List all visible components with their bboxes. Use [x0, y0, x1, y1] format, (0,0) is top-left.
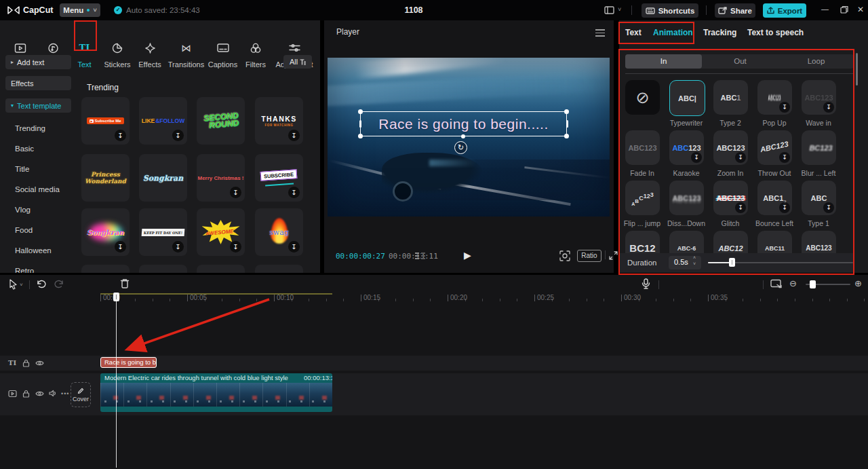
restore-window-button[interactable]	[840, 5, 848, 14]
tab-text[interactable]: Text	[625, 28, 642, 37]
close-button[interactable]: ✕	[857, 5, 864, 14]
subtab-loop[interactable]: Loop	[778, 54, 854, 69]
export-button[interactable]: Export	[763, 3, 806, 18]
eye-icon[interactable]	[35, 390, 44, 397]
subtab-out[interactable]: Out	[702, 54, 778, 69]
animation-tile-none[interactable]: ⊘	[625, 80, 660, 115]
download-icon[interactable]: ↧	[288, 241, 300, 252]
play-button[interactable]: ▶	[464, 250, 471, 261]
playhead-line[interactable]	[116, 301, 117, 468]
animation-tile-popup[interactable]: ABC123↧	[757, 80, 792, 115]
template-tile[interactable]: SUBSCRIBE ↧	[255, 154, 303, 202]
tab-animation[interactable]: Animation	[653, 28, 693, 37]
handle-bottom-left[interactable]	[358, 134, 363, 138]
timeline-zoom-handle[interactable]	[810, 280, 816, 288]
sidebar-item-title[interactable]: Title	[15, 165, 29, 173]
tab-tracking[interactable]: Tracking	[703, 28, 736, 37]
select-cursor-icon[interactable]	[9, 279, 18, 290]
duration-value-box[interactable]: 0.5s ˄ ˅	[669, 256, 701, 269]
layout-chevron-icon[interactable]: ˅	[618, 6, 621, 13]
lock-icon[interactable]	[22, 359, 30, 367]
record-voiceover-icon[interactable]	[642, 278, 650, 290]
fullscreen-icon[interactable]	[608, 250, 618, 261]
animation-tile-zoomin[interactable]: ABC123↧	[713, 130, 748, 165]
sidebar-item-food[interactable]: Food	[15, 226, 33, 234]
animation-tile-type1[interactable]: ABC↧	[802, 181, 836, 215]
delete-icon[interactable]	[120, 278, 130, 289]
download-icon[interactable]: ↧	[172, 130, 184, 141]
handle-bottom-right[interactable]	[564, 134, 569, 138]
cover-button[interactable]: Cover	[71, 382, 91, 407]
animation-tile-typewriter[interactable]: ABC|	[669, 80, 705, 116]
handle-bottom-center[interactable]	[461, 134, 465, 138]
subtab-in[interactable]: In	[625, 54, 702, 69]
template-tile[interactable]: Songkran	[139, 154, 187, 202]
handle-right[interactable]	[566, 120, 568, 128]
animation-tile-fadein[interactable]: ABC123	[625, 130, 660, 165]
stepper-up-icon[interactable]: ˄	[693, 255, 696, 260]
template-tile[interactable]: swag ↧	[255, 208, 303, 256]
player-menu-icon[interactable]	[595, 29, 605, 37]
sidebar-item-trending[interactable]: Trending	[15, 124, 45, 132]
zoom-out-icon[interactable]: ⊖	[789, 278, 797, 288]
template-tile[interactable]: THANKSFOR WATCHING ↧	[255, 97, 303, 145]
tab-text-to-speech[interactable]: Text to speech	[747, 28, 804, 37]
download-icon[interactable]: ↧	[115, 130, 126, 141]
sidebar-item-basic[interactable]: Basic	[15, 145, 34, 153]
animation-tile-throwout[interactable]: ABC123↧	[757, 130, 792, 165]
download-icon[interactable]: ↧	[115, 241, 126, 252]
download-icon[interactable]: ↧	[172, 241, 184, 252]
preview-axis-icon[interactable]	[770, 279, 783, 288]
quality-icon[interactable]	[415, 252, 425, 259]
sidebar-item-vlog[interactable]: Vlog	[15, 206, 31, 214]
handle-top-left[interactable]	[358, 109, 363, 114]
animation-tile-glitch[interactable]: ABC123↧	[713, 181, 748, 215]
video-viewport[interactable]: Race is going to begin..... ↻	[328, 58, 610, 217]
animation-tile-flipjump[interactable]: ABC123	[625, 181, 660, 215]
handle-left[interactable]	[359, 120, 361, 128]
animation-tile-type2[interactable]: ABC1	[713, 80, 748, 115]
rotate-handle-icon[interactable]: ↻	[454, 141, 467, 154]
template-tile[interactable]: PrincessWonderland	[81, 154, 130, 202]
animation-tile-karaoke[interactable]: ABC123↧	[669, 130, 704, 165]
mute-speaker-icon[interactable]	[49, 390, 57, 397]
download-icon[interactable]: ↧	[288, 187, 300, 198]
shortcuts-button[interactable]: Shortcuts	[642, 3, 698, 18]
scale-to-fit-icon[interactable]	[559, 250, 570, 261]
ratio-button[interactable]: Ratio	[577, 250, 601, 262]
layout-icon[interactable]	[604, 6, 614, 14]
download-icon[interactable]: ↧	[230, 241, 241, 252]
handle-top-right[interactable]	[564, 109, 569, 114]
template-tile[interactable]: Merry Christmas ! ↧	[197, 154, 245, 202]
redo-icon[interactable]	[54, 279, 64, 289]
animation-tile-wavein[interactable]: ABC123↧	[802, 80, 836, 115]
more-options-icon[interactable]: •••	[61, 390, 69, 397]
template-tile[interactable]: KEEP FIT DAY ONE! ↧	[139, 208, 187, 256]
share-button[interactable]: Share	[715, 3, 755, 18]
sidebar-item-social-media[interactable]: Social media	[15, 185, 60, 193]
download-icon[interactable]: ↧	[288, 130, 300, 141]
template-tile[interactable]	[197, 265, 245, 273]
template-tile[interactable]: Songkran ↧	[81, 208, 130, 256]
template-tile[interactable]: ▶Subscribe Me ↧	[81, 97, 130, 145]
text-clip[interactable]: Race is going to be	[100, 357, 157, 368]
menu-button[interactable]: Menu ˅	[60, 3, 100, 17]
zoom-in-icon[interactable]: ⊕	[854, 278, 862, 288]
add-text-button[interactable]: ▸ Add text	[5, 55, 71, 69]
filter-all-button[interactable]: All	[283, 55, 312, 69]
sidebar-item-effects[interactable]: Effects	[5, 76, 71, 90]
lock-icon[interactable]	[22, 390, 30, 398]
template-tile[interactable]: AWESOME! ↧	[197, 208, 245, 256]
eye-icon[interactable]	[35, 360, 44, 367]
undo-icon[interactable]	[36, 279, 47, 289]
duration-slider-handle[interactable]	[729, 258, 735, 267]
animation-tile-bounceleft[interactable]: ABC12↧	[757, 181, 792, 215]
animation-tile-blurleft[interactable]: BC123	[802, 130, 836, 165]
template-tile[interactable]: LIKE&FOLLOW ↧	[139, 97, 187, 145]
stepper-down-icon[interactable]: ˅	[693, 261, 696, 266]
cursor-chevron-icon[interactable]: ˅	[20, 282, 23, 288]
sidebar-item-halloween[interactable]: Halloween	[15, 246, 52, 255]
sidebar-item-text-template[interactable]: ▾ Text template	[5, 98, 71, 113]
template-tile[interactable]: SECONDROUND	[197, 97, 245, 145]
template-tile[interactable]	[81, 265, 130, 273]
